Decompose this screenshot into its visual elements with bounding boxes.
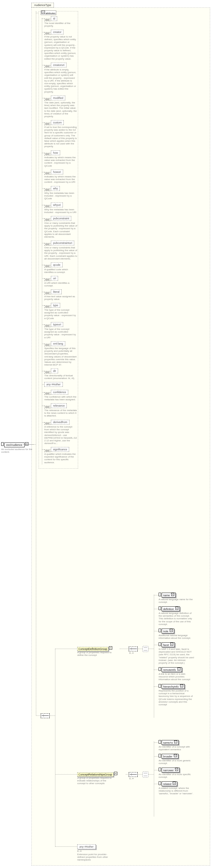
connector	[50, 715, 55, 716]
attr-desc: The date (and, optionally, the time) whe…	[44, 101, 77, 118]
cardinality: 0..∞	[129, 777, 134, 780]
attr-icon	[44, 422, 50, 425]
attr-desc: The directionality of textual content (e…	[44, 374, 77, 380]
attr-desc: The confidence with which the metadata h…	[44, 396, 77, 401]
child-desc: A related concept, where the relationshi…	[159, 787, 195, 795]
expand-icon[interactable]	[174, 754, 177, 757]
connector	[154, 631, 159, 631]
attr-desc: A free-text value assigned as property v…	[44, 295, 77, 301]
attr-icon	[44, 344, 50, 346]
child-name: related	[162, 781, 177, 786]
child-desc: Additional natural language information …	[159, 634, 195, 640]
attr-desc: One or many constraints that apply to pu…	[44, 246, 77, 260]
attr-icon	[44, 32, 50, 35]
attr-how: howIndicates by which means the value wa…	[44, 150, 77, 167]
connector	[36, 715, 41, 716]
expand-icon[interactable]	[173, 782, 176, 785]
attr-name: confidence	[51, 390, 68, 395]
attr-modified: modifiedThe date (and, optionally, the t…	[44, 96, 77, 118]
connector	[126, 774, 129, 775]
attr-desc: Indicates by which means the value was e…	[44, 175, 77, 184]
connector	[148, 774, 154, 775]
connector	[42, 406, 44, 406]
attr-xml-lang: xml:langSpecifies the language of this p…	[44, 341, 77, 366]
connector	[120, 649, 129, 649]
attr-creator: creatorIf the property value is not defi…	[44, 30, 77, 60]
attr-howuri: howuriIndicates by which means the value…	[44, 169, 77, 184]
expand-icon[interactable]	[171, 593, 174, 596]
connector	[154, 595, 154, 718]
expand-icon[interactable]	[175, 768, 178, 771]
rel-broader: broader An identifier of a more generic …	[159, 754, 195, 765]
attr-name: how	[51, 150, 60, 155]
expand-icon[interactable]	[114, 772, 117, 775]
connector	[55, 649, 56, 846]
connector	[154, 756, 159, 756]
expand-icon[interactable]	[170, 643, 173, 646]
connector	[42, 422, 44, 423]
connector	[42, 450, 44, 450]
attr-icon	[44, 98, 50, 101]
attr-desc: Indicates by which means the value was e…	[44, 156, 77, 167]
root-name: exclAudience	[4, 442, 25, 447]
element-flag-icon	[159, 781, 161, 785]
seq-icon	[129, 772, 138, 777]
expand-icon[interactable]	[180, 684, 183, 687]
rel-narrower: narrower An identifier of a more specifi…	[159, 768, 195, 778]
expand-icon[interactable]	[25, 442, 28, 445]
attr-name: howuri	[51, 169, 63, 175]
attr-icon	[44, 243, 50, 246]
connector	[154, 770, 159, 770]
connector	[154, 742, 154, 816]
attr-icon	[44, 324, 50, 327]
attr-pubconstraint: pubconstraintOne or many constraints tha…	[44, 216, 77, 238]
expand-icon[interactable]	[170, 629, 173, 632]
expand-icon[interactable]	[175, 607, 178, 610]
attr-desc: If set to true the corresponding propert…	[44, 126, 77, 148]
attr-uri: uriA URI which identifies a concept.	[44, 276, 77, 287]
attr-desc: Specifies the language of this property …	[44, 347, 77, 366]
attr-qcode: qcodeA qualified code which identifies a…	[44, 262, 77, 274]
connector	[36, 11, 36, 716]
child-desc: A natural language definition of the sem…	[159, 612, 195, 626]
connector	[42, 188, 44, 189]
sequence-compositor	[41, 713, 50, 719]
attr-desc: A qualifier which indicates the expected…	[44, 453, 77, 464]
attr-pubconstrainturi: pubconstrainturiOne or many constraints …	[44, 241, 77, 260]
attr-icon	[44, 406, 50, 408]
child-name: name	[162, 593, 176, 597]
child-desc: An identifier of a more generic concept.	[159, 759, 195, 765]
connector	[42, 98, 44, 98]
attr-derivedfrom: derivedfromA reference to the concept fr…	[44, 420, 77, 445]
child-name: hierarchyInfo	[162, 684, 185, 689]
expand-icon[interactable]	[174, 740, 177, 743]
attr-icon	[44, 123, 50, 125]
choice-icon	[142, 646, 148, 653]
attr-icon	[44, 392, 50, 395]
element-flag-icon	[159, 667, 161, 671]
child-name: narrower	[162, 768, 180, 772]
collapse-icon[interactable]	[42, 10, 45, 14]
attr-desc: A reference to the concept from which th…	[44, 426, 77, 445]
attr-name: modified	[51, 96, 65, 100]
attr-name: dir	[51, 369, 58, 373]
root-element: exclAudience An excluded audience for th…	[1, 442, 37, 453]
attr-name: qcode	[51, 262, 63, 267]
connector	[42, 278, 44, 279]
child-name: sameAs	[162, 740, 179, 745]
child-desc: A natural language name for the concept.	[159, 598, 195, 603]
connector	[55, 846, 77, 847]
child-desc: Represents the position of a concept in …	[159, 689, 195, 706]
connector	[138, 649, 142, 649]
attr-name: pubconstrainturi	[51, 241, 74, 245]
expand-icon[interactable]	[177, 668, 180, 671]
def-facet: facet In NAR 1.8 and later, facet is dep…	[159, 642, 195, 664]
rel-sameAs: sameAs An identifier of a concept with e…	[159, 740, 195, 751]
element-flag-icon	[159, 629, 161, 632]
attr-name: relevance	[51, 403, 67, 408]
attr-name: custom	[51, 120, 64, 125]
attr-name: typeuri	[51, 322, 63, 327]
attr-custom: customIf set to true the corresponding p…	[44, 120, 77, 148]
expand-icon[interactable]	[109, 646, 112, 650]
connector	[154, 595, 159, 595]
